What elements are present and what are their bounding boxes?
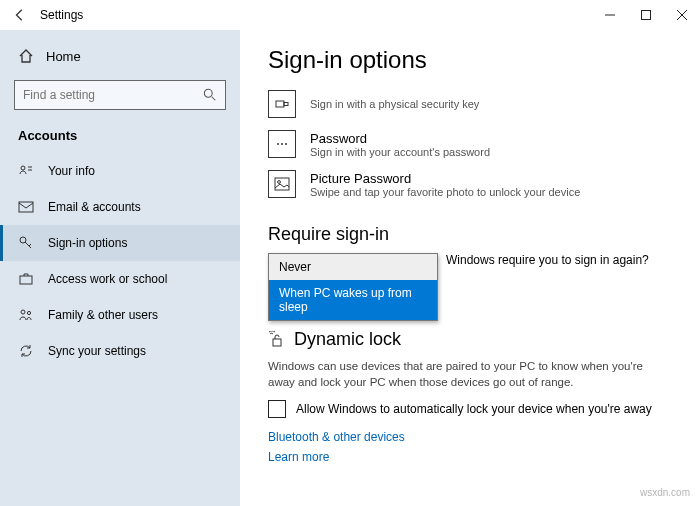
sidebar-item-label: Family & other users <box>48 308 158 322</box>
usb-key-icon <box>268 90 296 118</box>
svg-point-22 <box>278 181 281 184</box>
search-box[interactable] <box>14 80 226 110</box>
page-heading: Sign-in options <box>268 46 672 74</box>
sidebar-item-your-info[interactable]: Your info <box>0 153 240 189</box>
home-nav[interactable]: Home <box>0 40 240 72</box>
dynamic-lock-checkbox-row[interactable]: Allow Windows to automatically lock your… <box>268 400 672 418</box>
maximize-button[interactable] <box>628 0 664 30</box>
svg-point-4 <box>204 89 212 97</box>
svg-rect-17 <box>284 103 288 106</box>
dynamic-lock-heading-text: Dynamic lock <box>294 329 401 350</box>
close-button[interactable] <box>664 0 700 30</box>
sidebar-item-label: Access work or school <box>48 272 167 286</box>
svg-rect-9 <box>19 202 33 212</box>
option-title: Picture Password <box>310 171 580 186</box>
arrow-left-icon <box>13 8 27 22</box>
require-signin-question: Windows require you to sign in again? <box>446 253 672 267</box>
svg-point-19 <box>281 143 283 145</box>
svg-point-6 <box>21 166 25 170</box>
picture-icon <box>268 170 296 198</box>
sidebar-item-label: Sign-in options <box>48 236 127 250</box>
sync-icon <box>18 343 34 359</box>
svg-rect-23 <box>273 339 281 346</box>
minimize-icon <box>605 10 615 20</box>
svg-point-14 <box>21 310 25 314</box>
svg-rect-21 <box>275 178 289 190</box>
person-card-icon <box>18 163 34 179</box>
search-icon <box>203 88 217 102</box>
sidebar-item-label: Email & accounts <box>48 200 141 214</box>
option-password[interactable]: Password Sign in with your account's pas… <box>268 124 672 164</box>
minimize-button[interactable] <box>592 0 628 30</box>
briefcase-icon <box>18 271 34 287</box>
key-icon <box>18 235 34 251</box>
sidebar-item-work-school[interactable]: Access work or school <box>0 261 240 297</box>
home-label: Home <box>46 49 81 64</box>
option-subtitle: Sign in with your account's password <box>310 146 490 158</box>
sidebar-nav: Your info Email & accounts Sign-in optio… <box>0 153 240 369</box>
dynamic-lock-description: Windows can use devices that are paired … <box>268 358 668 390</box>
titlebar: Settings <box>0 0 700 30</box>
watermark: wsxdn.com <box>640 487 690 498</box>
svg-rect-1 <box>642 11 651 20</box>
sidebar: Home Accounts Your info Email & accounts… <box>0 30 240 506</box>
svg-point-15 <box>27 311 30 314</box>
dropdown-option-never[interactable]: Never <box>269 254 437 280</box>
bluetooth-link[interactable]: Bluetooth & other devices <box>268 430 672 444</box>
sidebar-item-signin-options[interactable]: Sign-in options <box>0 225 240 261</box>
option-security-key[interactable]: Sign in with a physical security key <box>268 84 672 124</box>
dynamic-lock-heading: Dynamic lock <box>268 329 672 350</box>
window-controls <box>592 0 700 30</box>
option-picture-password[interactable]: Picture Password Swipe and tap your favo… <box>268 164 672 204</box>
dots-icon <box>268 130 296 158</box>
sidebar-item-label: Your info <box>48 164 95 178</box>
sidebar-group-title: Accounts <box>0 120 240 153</box>
option-title: Password <box>310 131 490 146</box>
app-title: Settings <box>40 8 83 22</box>
people-icon <box>18 307 34 323</box>
sidebar-item-label: Sync your settings <box>48 344 146 358</box>
back-button[interactable] <box>8 3 32 27</box>
home-icon <box>18 48 34 64</box>
mail-icon <box>18 199 34 215</box>
dynamic-lock-checkbox-label: Allow Windows to automatically lock your… <box>296 402 652 416</box>
svg-rect-16 <box>276 101 284 107</box>
svg-line-5 <box>212 97 216 101</box>
sidebar-item-family[interactable]: Family & other users <box>0 297 240 333</box>
option-subtitle: Swipe and tap your favorite photo to unl… <box>310 186 580 198</box>
svg-rect-13 <box>20 276 32 284</box>
sidebar-item-sync[interactable]: Sync your settings <box>0 333 240 369</box>
dropdown-option-wake[interactable]: When PC wakes up from sleep <box>269 280 437 320</box>
svg-line-12 <box>29 244 31 246</box>
require-signin-heading: Require sign-in <box>268 224 672 245</box>
svg-point-18 <box>277 143 279 145</box>
maximize-icon <box>641 10 651 20</box>
svg-point-20 <box>285 143 287 145</box>
search-input[interactable] <box>23 88 203 102</box>
checkbox-icon[interactable] <box>268 400 286 418</box>
require-signin-dropdown[interactable]: Never When PC wakes up from sleep <box>268 253 438 321</box>
content-pane: Sign-in options Sign in with a physical … <box>240 30 700 506</box>
dynamic-lock-icon <box>268 331 286 349</box>
learn-more-link[interactable]: Learn more <box>268 450 672 464</box>
close-icon <box>677 10 687 20</box>
option-subtitle: Sign in with a physical security key <box>310 98 479 110</box>
sidebar-item-email-accounts[interactable]: Email & accounts <box>0 189 240 225</box>
